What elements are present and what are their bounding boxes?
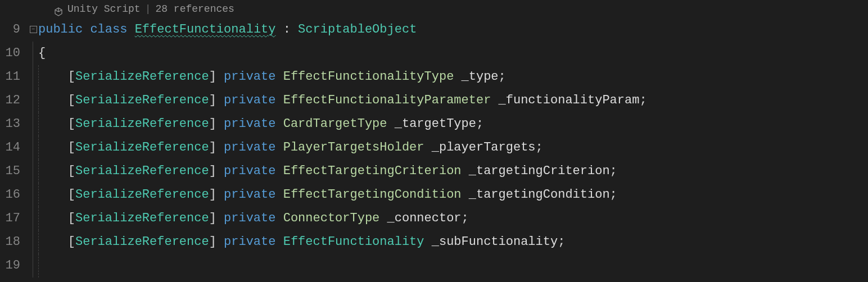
type: EffectFunctionalityParameter <box>283 93 491 107</box>
code-line[interactable]: [SerializeReference] private CardTargetT… <box>38 112 868 136</box>
line-number-gutter: 9 10 11 12 13 14 15 16 17 18 19 <box>0 0 27 282</box>
keyword-private: private <box>224 140 275 154</box>
field-name: _functionalityParam <box>499 93 640 107</box>
code-line[interactable]: [SerializeReference] private PlayerTarge… <box>38 136 868 160</box>
fold-toggle-icon[interactable]: − <box>30 26 37 33</box>
code-line[interactable]: { <box>38 42 868 65</box>
attribute: SerializeReference <box>75 235 209 249</box>
base-class: ScriptableObject <box>298 22 417 37</box>
line-number: 14 <box>0 136 20 160</box>
line-number: 9 <box>0 18 20 42</box>
type: EffectFunctionality <box>283 235 424 249</box>
fold-gutter: − <box>27 0 38 282</box>
field-name: _targetType <box>395 117 476 131</box>
field-name: _playerTargets <box>432 140 536 154</box>
line-number: 10 <box>0 42 20 65</box>
field-name: _targetingCriterion <box>469 164 610 178</box>
attribute: SerializeReference <box>75 117 209 131</box>
field-name: _subFunctionality <box>432 235 558 249</box>
code-editor: 9 10 11 12 13 14 15 16 17 18 19 − <box>0 0 868 282</box>
codelens-unity-script[interactable]: Unity Script <box>67 0 141 18</box>
field-name: _connector <box>387 211 462 225</box>
codelens-separator: | <box>145 0 151 18</box>
line-number: 16 <box>0 183 20 207</box>
class-name: EffectFunctionality <box>135 22 276 37</box>
keyword-private: private <box>224 235 275 249</box>
attribute: SerializeReference <box>75 70 209 84</box>
line-number: 12 <box>0 89 20 112</box>
keyword-private: private <box>224 70 275 84</box>
code-line[interactable]: [SerializeReference] private EffectFunct… <box>38 89 868 112</box>
codelens-references[interactable]: 28 references <box>155 0 234 18</box>
open-brace: { <box>38 46 46 60</box>
keyword-private: private <box>224 211 275 225</box>
type: CardTargetType <box>283 117 387 131</box>
attribute: SerializeReference <box>75 188 209 202</box>
attribute: SerializeReference <box>75 211 209 225</box>
type: EffectFunctionalityType <box>283 70 454 84</box>
keyword-private: private <box>224 164 275 178</box>
keyword-private: private <box>224 188 275 202</box>
type: EffectTargetingCriterion <box>283 164 462 178</box>
field-name: _type <box>462 70 499 84</box>
code-line[interactable]: [SerializeReference] private EffectTarge… <box>38 160 868 183</box>
line-number: 19 <box>0 254 20 278</box>
line-number: 15 <box>0 160 20 183</box>
keyword-class: class <box>90 22 127 37</box>
line-number: 18 <box>0 230 20 254</box>
line-number: 17 <box>0 207 20 230</box>
line-number: 11 <box>0 65 20 89</box>
keyword-private: private <box>224 93 275 107</box>
unity-icon <box>54 4 63 13</box>
code-line[interactable]: [SerializeReference] private EffectFunct… <box>38 65 868 89</box>
line-number: 13 <box>0 112 20 136</box>
code-area[interactable]: Unity Script | 28 references public clas… <box>38 0 868 282</box>
code-line[interactable]: [SerializeReference] private EffectFunct… <box>38 230 868 254</box>
colon: : <box>275 22 298 37</box>
attribute: SerializeReference <box>75 164 209 178</box>
code-line[interactable]: [SerializeReference] private EffectTarge… <box>38 183 868 207</box>
codelens[interactable]: Unity Script | 28 references <box>38 0 868 18</box>
attribute: SerializeReference <box>75 140 209 154</box>
type: EffectTargetingCondition <box>283 188 462 202</box>
keyword-public: public <box>38 22 83 37</box>
code-line[interactable] <box>38 254 868 278</box>
type: ConnectorType <box>283 211 380 225</box>
keyword-private: private <box>224 117 275 131</box>
field-name: _targetingCondition <box>469 188 610 202</box>
code-line[interactable]: [SerializeReference] private ConnectorTy… <box>38 207 868 230</box>
code-line[interactable]: public class EffectFunctionality : Scrip… <box>38 18 868 42</box>
type: PlayerTargetsHolder <box>283 140 424 154</box>
attribute: SerializeReference <box>75 93 209 107</box>
